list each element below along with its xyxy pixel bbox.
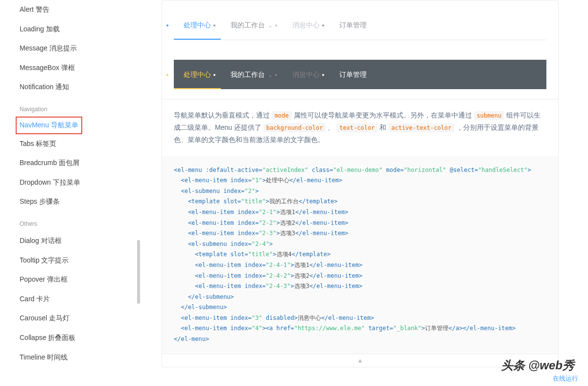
code-mode: mode <box>272 111 292 120</box>
nav-item-messagebox[interactable]: MessageBox 弹框 <box>20 58 132 78</box>
nav-item-dialog[interactable]: Dialog 对话框 <box>20 231 132 251</box>
horizontal-menu-dark: 处理中心 我的工作台⌄ 消息中心 订单管理 <box>174 60 546 89</box>
horizontal-menu-light: 处理中心 我的工作台⌄ 消息中心 订单管理 <box>174 10 546 40</box>
nav-item-collapse[interactable]: Collapse 折叠面板 <box>20 328 132 348</box>
nav-item-navmenu[interactable]: NavMenu 导航菜单 <box>16 117 82 134</box>
nav-item-notification[interactable]: Notification 通知 <box>20 77 132 97</box>
code-example: <el-menu :default-active="activeIndex" c… <box>162 156 558 354</box>
nav-item-breadcrumb[interactable]: Breadcrumb 面包屑 <box>20 153 132 173</box>
chevron-up-icon: ▲ <box>357 357 363 364</box>
collapse-toggle[interactable]: ▲ 在线运行 <box>162 354 558 367</box>
main-content: 处理中心 我的工作台⌄ 消息中心 订单管理 处理中心 我的工作台⌄ 消息中心 订… <box>142 0 588 386</box>
nav-item-dropdown[interactable]: Dropdown 下拉菜单 <box>20 173 132 193</box>
code-submenu: submenu <box>474 111 505 120</box>
nav-group-others: Others <box>20 220 132 227</box>
run-online-link[interactable]: 在线运行 <box>553 374 578 383</box>
nav-item-alert[interactable]: Alert 警告 <box>20 0 132 20</box>
nav-item-loading[interactable]: Loading 加载 <box>20 20 132 39</box>
nav-item-popover[interactable]: Popover 弹出框 <box>20 270 132 290</box>
nav-item-tabs[interactable]: Tabs 标签页 <box>20 134 132 154</box>
menu-item-orders[interactable]: 订单管理 <box>329 10 376 40</box>
code-bgcolor: background-color <box>263 123 326 132</box>
sidebar-nav: Alert 警告 Loading 加载 Message 消息提示 Message… <box>0 0 142 386</box>
nav-item-tooltip[interactable]: Tooltip 文字提示 <box>20 251 132 270</box>
code-textcolor: text-color <box>336 123 377 132</box>
sidebar-scrollbar[interactable] <box>137 240 140 304</box>
menu-item-workspace-dark[interactable]: 我的工作台⌄ <box>221 60 282 89</box>
menu-item-orders-dark[interactable]: 订单管理 <box>329 60 376 89</box>
chevron-down-icon: ⌄ <box>268 11 273 40</box>
nav-item-steps[interactable]: Steps 步骤条 <box>20 192 132 212</box>
nav-item-carousel[interactable]: Carousel 走马灯 <box>20 309 132 328</box>
nav-item-message[interactable]: Message 消息提示 <box>20 39 132 58</box>
demo-description: 导航菜单默认为垂直模式，通过 mode 属性可以使导航菜单变更为水平模式。另外，… <box>162 99 558 156</box>
chevron-down-icon: ⌄ <box>268 60 273 90</box>
nav-item-timeline[interactable]: Timeline 时间线 <box>20 348 132 367</box>
demo-block-light: 处理中心 我的工作台⌄ 消息中心 订单管理 处理中心 我的工作台⌄ 消息中心 订… <box>162 0 559 367</box>
code-activetextcolor: active-text-color <box>388 123 454 132</box>
menu-item-workspace[interactable]: 我的工作台⌄ <box>221 10 282 40</box>
nav-item-card[interactable]: Card 卡片 <box>20 290 132 309</box>
nav-group-navigation: Navigation <box>20 106 132 113</box>
